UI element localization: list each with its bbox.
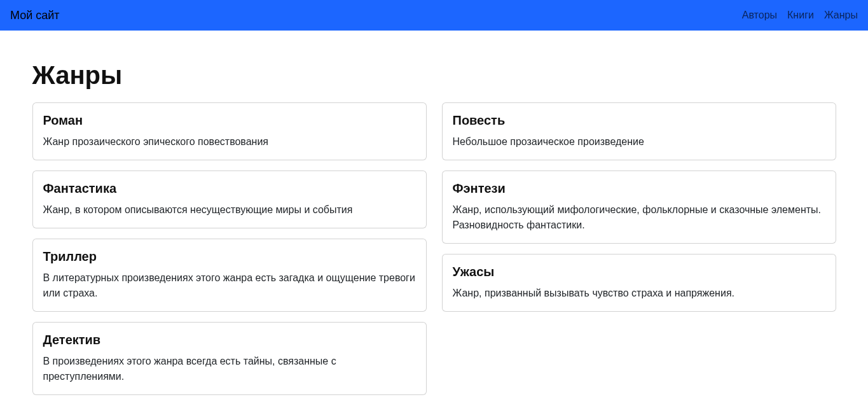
- genre-card[interactable]: Ужасы Жанр, призванный вызывать чувство …: [442, 254, 836, 312]
- card-title: Роман: [43, 113, 416, 128]
- genre-card[interactable]: Фэнтези Жанр, использующий мифологически…: [442, 171, 836, 244]
- card-body: Повесть Небольшое прозаическое произведе…: [443, 103, 836, 160]
- genre-card[interactable]: Детектив В произведениях этого жанра все…: [32, 322, 427, 395]
- card-title: Ужасы: [453, 265, 825, 279]
- genre-card[interactable]: Фантастика Жанр, в котором описываются н…: [32, 171, 427, 228]
- card-body: Роман Жанр прозаического эпического пове…: [33, 103, 426, 160]
- card-title: Повесть: [453, 113, 825, 128]
- card-title: Триллер: [43, 249, 416, 264]
- genre-row: Роман Жанр прозаического эпического пове…: [25, 102, 844, 397]
- card-body: Фантастика Жанр, в котором описываются н…: [33, 171, 426, 228]
- genre-col-left: Роман Жанр прозаического эпического пове…: [25, 102, 434, 397]
- card-body: Детектив В произведениях этого жанра все…: [33, 323, 426, 394]
- genre-col-right: Повесть Небольшое прозаическое произведе…: [434, 102, 844, 397]
- card-body: Ужасы Жанр, призванный вызывать чувство …: [443, 254, 836, 311]
- card-body: Фэнтези Жанр, использующий мифологически…: [443, 171, 836, 243]
- card-body: Триллер В литературных произведениях это…: [33, 239, 426, 311]
- card-title: Детектив: [43, 333, 416, 347]
- genre-card[interactable]: Повесть Небольшое прозаическое произведе…: [442, 102, 836, 160]
- brand-link[interactable]: Мой сайт: [10, 9, 60, 22]
- nav-link-genres[interactable]: Жанры: [824, 10, 858, 21]
- page-title: Жанры: [32, 61, 836, 90]
- genre-card[interactable]: Роман Жанр прозаического эпического пове…: [32, 102, 427, 160]
- genre-card[interactable]: Триллер В литературных произведениях это…: [32, 239, 427, 312]
- card-text: В литературных произведениях этого жанра…: [43, 270, 416, 301]
- card-title: Фантастика: [43, 181, 416, 196]
- card-text: Жанр, призванный вызывать чувство страха…: [453, 286, 825, 301]
- card-text: В произведениях этого жанра всегда есть …: [43, 354, 416, 384]
- nav-link-books[interactable]: Книги: [787, 10, 814, 21]
- nav-links: Авторы Книги Жанры: [742, 10, 858, 21]
- card-title: Фэнтези: [453, 181, 825, 196]
- card-text: Жанр, использующий мифологические, фольк…: [453, 202, 825, 233]
- card-text: Жанр прозаического эпического повествова…: [43, 134, 416, 150]
- main-container: Жанры Роман Жанр прозаического эпическог…: [15, 61, 854, 397]
- card-text: Жанр, в котором описываются несуществующ…: [43, 202, 416, 218]
- nav-link-authors[interactable]: Авторы: [742, 10, 777, 21]
- card-text: Небольшое прозаическое произведение: [453, 134, 825, 150]
- navbar: Мой сайт Авторы Книги Жанры: [0, 0, 868, 31]
